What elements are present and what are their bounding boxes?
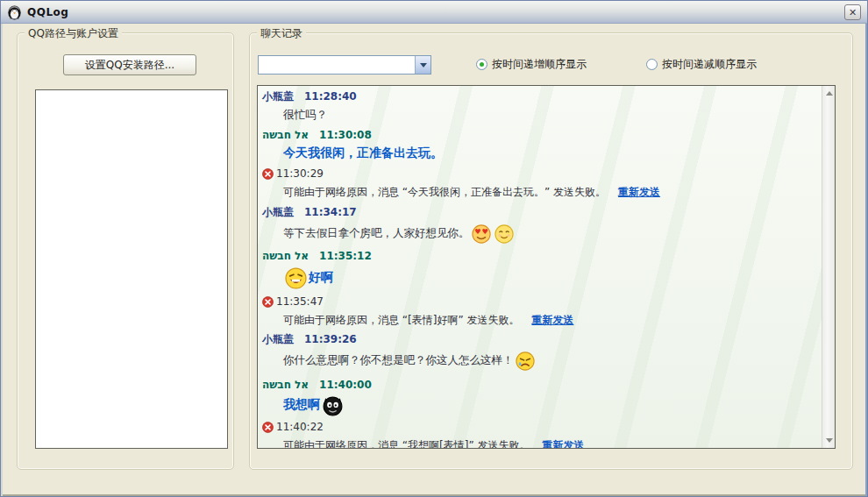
message-text: 很忙吗？ <box>283 108 327 121</box>
chat-header-self: השבח לא11:35:12 <box>262 249 818 264</box>
triangle-down-icon <box>826 438 833 443</box>
set-qq-install-path-button[interactable]: 设置QQ安装路径... <box>63 54 196 75</box>
error-text: 可能由于网络原因，消息 “今天我很闲，正准备出去玩。” 发送失败。 <box>283 186 606 198</box>
combobox-dropdown-button[interactable] <box>415 56 430 74</box>
window-title: QQLog <box>27 6 68 18</box>
radio-descending-circle[interactable] <box>646 59 658 70</box>
titlebar: QQLog ✕ <box>1 1 867 24</box>
chat-header-peer: 小瓶盖11:34:17 <box>262 205 818 220</box>
chat-records-group-label: 聊天记录 <box>257 26 306 41</box>
message-time: 11:28:40 <box>304 90 357 103</box>
message-time: 11:35:12 <box>319 250 372 262</box>
error-time: 11:35:47 <box>276 295 324 309</box>
send-error-icon <box>262 168 274 180</box>
chevron-down-icon <box>420 63 427 67</box>
qqlog-window: QQLog ✕ QQ路径与账户设置 设置QQ安装路径... 聊天记录 按时间递增… <box>0 0 868 497</box>
send-error-icon <box>262 422 274 433</box>
send-error-time-row: 11:30:29 <box>262 167 818 181</box>
radio-sort-descending[interactable]: 按时间递减顺序显示 <box>646 57 757 72</box>
svg-text:♥: ♥ <box>474 227 480 236</box>
emoji-content-smile-icon <box>494 224 514 244</box>
chat-log-panel: 小瓶盖11:28:40很忙吗？השבח לא11:30:08今天我很闲，正准备出… <box>257 85 836 449</box>
message-sent: 我想啊 <box>262 393 818 415</box>
error-text: 可能由于网络原因，消息 “[表情]好啊” 发送失败。 <box>283 314 519 326</box>
close-button[interactable]: ✕ <box>844 4 861 20</box>
qq-path-account-group: QQ路径与账户设置 设置QQ安装路径... <box>17 32 234 470</box>
chat-log: 小瓶盖11:28:40很忙吗？השבח לא11:30:08今天我很闲，正准备出… <box>258 86 822 448</box>
chat-header-peer: 小瓶盖11:39:26 <box>262 332 818 347</box>
error-text: 可能由于网络原因，消息 “我想啊[表情]” 发送失败。 <box>283 439 530 448</box>
chat-header-peer: 小瓶盖11:28:40 <box>262 89 818 104</box>
sender-name: 小瓶盖 <box>262 90 294 103</box>
resend-link[interactable]: 重新发送 <box>618 186 660 198</box>
sender-name: השבח לא <box>262 379 309 391</box>
message-time: 11:39:26 <box>304 333 357 345</box>
message-text: 好啊 <box>309 270 333 284</box>
combobox-value[interactable] <box>259 56 415 74</box>
emoji-black-imp-icon <box>322 394 344 416</box>
error-time: 11:30:29 <box>276 167 324 181</box>
send-error-message-row: 可能由于网络原因，消息 “今天我很闲，正准备出去玩。” 发送失败。重新发送 <box>262 185 818 200</box>
chat-header-self: השבח לא11:40:00 <box>262 378 818 393</box>
message-text: 我想啊 <box>283 397 320 411</box>
message-received: 等下去假日拿个房吧，人家好想见你。♥ ♥ <box>262 223 818 244</box>
message-text: 等下去假日拿个房吧，人家好想见你。 <box>283 226 470 239</box>
emoji-big-grin-icon <box>285 267 307 289</box>
triangle-up-icon <box>826 91 833 96</box>
scroll-down-button[interactable] <box>822 434 836 447</box>
radio-ascending-circle[interactable] <box>476 59 487 70</box>
sender-name: השבח לא <box>262 129 309 141</box>
chat-records-group: 聊天记录 按时间递增顺序显示 按时间递减顺序显示 小瓶盖11:28:40很忙吗？… <box>249 32 853 470</box>
message-sent: 好啊 <box>262 266 818 288</box>
message-text: 今天我很闲，正准备出去玩。 <box>283 146 443 160</box>
message-received: 你什么意思啊？你不想是吧？你这人怎么这样！ <box>262 350 818 371</box>
resend-link[interactable]: 重新发送 <box>531 314 573 326</box>
emoji-heart-eyes-blush-icon: ♥ ♥ <box>472 224 491 244</box>
sender-name: 小瓶盖 <box>262 333 294 345</box>
message-time: 11:34:17 <box>304 206 357 218</box>
emoji-sobbing-icon <box>516 351 535 371</box>
radio-ascending-label: 按时间递增顺序显示 <box>492 57 587 72</box>
send-error-message-row: 可能由于网络原因，消息 “我想啊[表情]” 发送失败。重新发送 <box>262 438 818 448</box>
sender-name: 小瓶盖 <box>262 206 294 218</box>
chat-header-self: השבח לא11:30:08 <box>262 128 818 143</box>
message-sent: 今天我很闲，正准备出去玩。 <box>262 145 818 161</box>
message-time: 11:40:00 <box>319 379 372 391</box>
chat-scrollbar[interactable] <box>822 86 835 448</box>
send-error-time-row: 11:35:47 <box>262 295 818 309</box>
message-time: 11:30:08 <box>319 129 372 141</box>
resend-link[interactable]: 重新发送 <box>542 439 584 448</box>
send-error-time-row: 11:40:22 <box>262 420 818 434</box>
error-time: 11:40:22 <box>276 420 324 434</box>
radio-sort-ascending[interactable]: 按时间递增顺序显示 <box>476 57 587 72</box>
scroll-up-button[interactable] <box>822 87 836 100</box>
qq-path-group-label: QQ路径与账户设置 <box>25 26 122 41</box>
send-error-message-row: 可能由于网络原因，消息 “[表情]好啊” 发送失败。重新发送 <box>262 313 818 328</box>
account-listbox[interactable] <box>35 89 228 449</box>
svg-text:♥: ♥ <box>481 227 487 236</box>
account-combobox[interactable] <box>258 55 431 75</box>
message-received: 很忙吗？ <box>262 107 818 123</box>
penguin-app-icon <box>6 4 23 20</box>
radio-descending-label: 按时间递减顺序显示 <box>662 57 757 72</box>
sender-name: השבח לא <box>262 250 309 262</box>
send-error-icon <box>262 296 274 308</box>
message-text: 你什么意思啊？你不想是吧？你这人怎么这样！ <box>283 353 514 366</box>
